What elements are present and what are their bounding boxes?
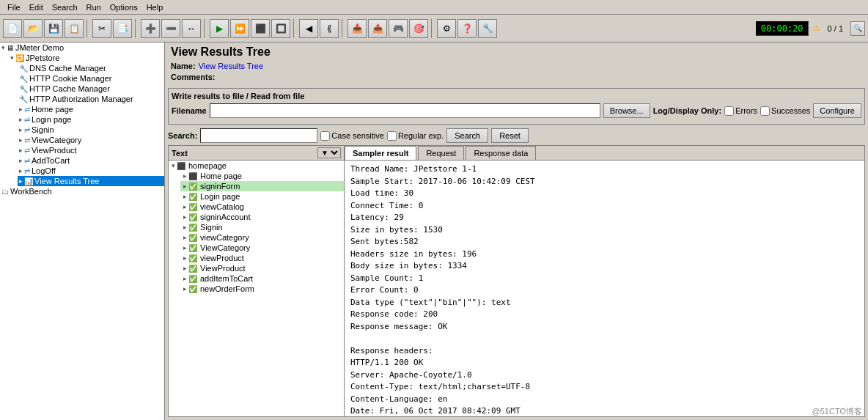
clear-button[interactable]: ◀: [299, 19, 318, 38]
search-button[interactable]: Search: [446, 128, 488, 143]
arrow-icon: ▸: [19, 136, 23, 144]
stop-button[interactable]: ⬛: [251, 19, 270, 38]
case-sensitive-checkbox[interactable]: [320, 131, 330, 141]
sidebar-item-dns-cache[interactable]: 🔧 DNS Cache Manager: [18, 63, 164, 73]
errors-checkbox[interactable]: [724, 106, 734, 116]
sidebar-item-label: Login page: [32, 115, 71, 124]
errors-checkbox-label[interactable]: Errors: [724, 106, 757, 116]
result-label: newOrderForm: [200, 284, 254, 293]
root-icon: 🖥: [7, 44, 14, 52]
sidebar-item-add-to-cart[interactable]: ▸ ⇌ AddToCart: [18, 155, 164, 166]
menu-edit[interactable]: Edit: [25, 1, 48, 13]
result-label: viewProduct: [200, 254, 244, 262]
fail-icon: ⬛: [177, 162, 185, 170]
save-button[interactable]: 💾: [44, 19, 63, 38]
copy-button[interactable]: 📑: [113, 19, 132, 38]
remote-stop-button[interactable]: 🎯: [409, 19, 428, 38]
sidebar-item-label: View Results Tree: [34, 177, 99, 185]
log-viewer-button[interactable]: 🔧: [478, 19, 497, 38]
reset-button[interactable]: Reset: [491, 128, 529, 143]
tab-request[interactable]: Request: [418, 146, 464, 160]
main-container: ▾ 🖥 JMeter Demo ▾ 🔁 JPetstore 🔧 DNS Cach…: [0, 43, 868, 420]
sidebar-item-view-results-tree[interactable]: ▸ 📊 View Results Tree: [18, 176, 164, 186]
arrow-icon: ▸: [19, 116, 23, 123]
start-button[interactable]: ▶: [210, 19, 229, 38]
menu-file[interactable]: File: [3, 1, 25, 13]
regular-exp-label[interactable]: Regular exp.: [387, 131, 444, 141]
ok-icon: ✅: [188, 275, 197, 283]
result-item-viewcategory[interactable]: ▸ ✅ viewCategory: [180, 232, 344, 243]
view-type-dropdown[interactable]: ▼: [317, 147, 341, 158]
toggle-button[interactable]: ↔: [182, 19, 201, 38]
successes-label-text: Successes: [771, 106, 810, 115]
result-item-viewproduct2[interactable]: ▸ ✅ ViewProduct: [180, 263, 344, 273]
result-item-additemtocart[interactable]: ▸ ✅ addItemToCart: [180, 273, 344, 284]
result-item-homepage-fail[interactable]: ▾ ⬛ homepage: [169, 161, 344, 171]
save-as-button[interactable]: 📋: [65, 19, 84, 38]
tab-response-data[interactable]: Response data: [466, 146, 536, 160]
case-sensitive-label[interactable]: Case sensitive: [320, 131, 384, 141]
ok-icon: ✅: [188, 183, 197, 191]
result-item-neworderform[interactable]: ▸ ✅ newOrderForm: [180, 284, 344, 294]
browse-button[interactable]: Browse...: [603, 103, 650, 118]
successes-checkbox-label[interactable]: Successes: [760, 106, 810, 116]
case-sensitive-text: Case sensitive: [331, 131, 384, 140]
sidebar-item-jmeter-demo[interactable]: ▾ 🖥 JMeter Demo: [0, 43, 164, 53]
result-item-viewcatalog[interactable]: ▸ ✅ viewCatalog: [180, 202, 344, 212]
cut-button[interactable]: ✂: [92, 19, 111, 38]
remote-start-button[interactable]: 🎮: [389, 19, 408, 38]
result-item-home-page-fail[interactable]: ▸ ⬛ Home page: [180, 171, 344, 181]
sidebar-item-view-category[interactable]: ▸ ⇌ ViewCategory: [18, 135, 164, 145]
regular-exp-checkbox[interactable]: [387, 131, 397, 141]
new-button[interactable]: 📄: [3, 19, 22, 38]
start-no-pause-button[interactable]: ⏩: [230, 19, 249, 38]
result-label: Signin: [200, 223, 223, 232]
sidebar-item-home-page[interactable]: ▸ ⇌ Home page: [18, 104, 164, 114]
workbench-icon: 🗂: [1, 188, 9, 196]
menu-search[interactable]: Search: [48, 1, 82, 13]
sidebar-item-log-off[interactable]: ▸ ⇌ LogOff: [18, 166, 164, 176]
shutdown-button[interactable]: 🔲: [271, 19, 290, 38]
log-display-label: Log/Display Only:: [653, 106, 722, 115]
result-item-viewcategory2[interactable]: ▸ ✅ ViewCategory: [180, 243, 344, 253]
sidebar-item-signin[interactable]: ▸ ⇌ Signin: [18, 125, 164, 135]
sidebar-item-jpetstore[interactable]: ▾ 🔁 JPetstore: [9, 53, 164, 63]
sidebar-item-http-auth[interactable]: 🔧 HTTP Authorization Manager: [18, 94, 164, 104]
send-button[interactable]: 📤: [368, 19, 387, 38]
filename-input[interactable]: [210, 103, 600, 118]
sampler-icon: ⇌: [24, 157, 30, 165]
expand-arrow-icon: ▸: [183, 234, 187, 241]
sidebar-item-label: JMeter Demo: [15, 43, 64, 52]
function-helper-button[interactable]: ⚙: [437, 19, 456, 38]
menu-options[interactable]: Options: [106, 1, 142, 13]
result-item-signinform[interactable]: ▸ ✅ signinForm: [180, 181, 344, 191]
tab-sampler-result[interactable]: Sampler result: [345, 146, 416, 160]
search-input[interactable]: [200, 128, 317, 143]
sidebar-item-label: AddToCart: [32, 156, 70, 165]
sidebar-item-label: JPetstore: [26, 54, 59, 62]
configure-button[interactable]: Configure: [813, 103, 861, 118]
sidebar-item-http-cache[interactable]: 🔧 HTTP Cache Manager: [18, 84, 164, 94]
menu-help[interactable]: Help: [142, 1, 168, 13]
help-button[interactable]: ❓: [457, 19, 477, 38]
sidebar-item-http-cookie[interactable]: 🔧 HTTP Cookie Manager: [18, 73, 164, 84]
zoom-button[interactable]: 🔍: [850, 21, 865, 36]
result-label: ViewProduct: [200, 264, 246, 273]
result-item-login-page[interactable]: ▸ ✅ Login page: [180, 191, 344, 202]
sidebar-item-view-product[interactable]: ▸ ⇌ ViewProduct: [18, 145, 164, 155]
text-col-label: Text: [172, 149, 188, 158]
successes-checkbox[interactable]: [760, 106, 770, 116]
sidebar-item-workbench[interactable]: 🗂 WorkBench: [0, 186, 164, 196]
result-item-viewproduct[interactable]: ▸ ✅ viewProduct: [180, 253, 344, 263]
expand-button[interactable]: ➕: [141, 19, 160, 38]
get-button[interactable]: 📥: [347, 19, 367, 38]
result-item-signinaccount[interactable]: ▸ ✅ signinAccount: [180, 212, 344, 222]
menu-run[interactable]: Run: [82, 1, 106, 13]
collapse-button[interactable]: ➖: [161, 19, 180, 38]
open-button[interactable]: 📂: [23, 19, 43, 38]
result-label: Home page: [200, 172, 242, 180]
result-item-signin[interactable]: ▸ ✅ Signin: [180, 222, 344, 232]
clear-all-button[interactable]: ⟪: [320, 19, 339, 38]
detail-tabs: Sampler result Request Response data: [345, 146, 864, 161]
sidebar-item-login-page[interactable]: ▸ ⇌ Login page: [18, 114, 164, 125]
